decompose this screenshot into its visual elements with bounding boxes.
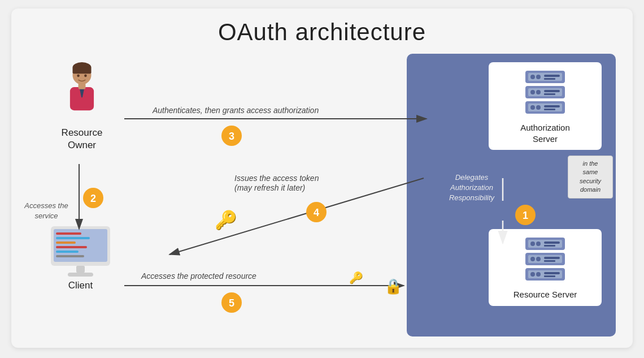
- delegates-label: Delegates Authorization Responsibility: [441, 172, 503, 204]
- svg-rect-16: [544, 105, 560, 107]
- badge-4: [306, 202, 327, 222]
- client-label: Client: [68, 279, 93, 292]
- svg-rect-50: [56, 251, 79, 253]
- security-domain-box: in the same security domain: [568, 156, 613, 199]
- svg-rect-53: [68, 273, 93, 277]
- svg-point-9: [536, 90, 541, 94]
- svg-rect-41: [79, 83, 86, 89]
- svg-point-14: [530, 105, 535, 110]
- svg-rect-49: [56, 246, 87, 248]
- svg-text:2: 2: [90, 193, 96, 204]
- svg-point-21: [536, 241, 541, 246]
- svg-point-2: [530, 75, 535, 79]
- svg-rect-28: [544, 257, 560, 259]
- svg-text:5: 5: [229, 297, 234, 309]
- svg-rect-23: [544, 245, 555, 247]
- svg-point-26: [530, 257, 535, 261]
- svg-point-42: [77, 75, 80, 77]
- svg-rect-4: [544, 75, 560, 77]
- key-icon-5: 🔑: [349, 271, 363, 284]
- resource-owner-label: ResourceOwner: [62, 127, 103, 152]
- monitor-icon: [48, 223, 113, 277]
- step3-flow-label: Authenticates, then grants access author…: [152, 106, 319, 115]
- resource-server-label: Resource Server: [514, 289, 577, 300]
- auth-server-box: Authorization Server: [489, 62, 602, 150]
- step4-flow-label: Issues the access token: [234, 174, 319, 183]
- svg-rect-47: [56, 237, 90, 239]
- badge-3: [221, 126, 242, 146]
- svg-point-3: [536, 75, 541, 79]
- svg-rect-35: [544, 275, 555, 277]
- svg-text:3: 3: [229, 131, 234, 142]
- svg-rect-34: [544, 272, 560, 274]
- accesses-service-label: Accesses the service: [24, 201, 69, 221]
- main-container: OAuth architecture Authorizat: [11, 8, 633, 348]
- svg-point-32: [530, 272, 535, 277]
- svg-rect-5: [544, 78, 555, 80]
- svg-rect-10: [544, 90, 560, 92]
- svg-line-58: [169, 178, 424, 255]
- svg-rect-51: [56, 255, 84, 257]
- badge-2: [83, 188, 103, 208]
- svg-rect-17: [544, 109, 555, 110]
- svg-rect-11: [544, 93, 555, 95]
- svg-text:4: 4: [314, 207, 319, 218]
- svg-point-27: [536, 257, 541, 261]
- svg-point-20: [530, 241, 535, 246]
- svg-point-15: [536, 105, 541, 110]
- page-title: OAuth architecture: [11, 8, 633, 51]
- svg-point-33: [536, 272, 541, 277]
- resource-server-icon: [517, 235, 573, 286]
- svg-rect-22: [544, 241, 560, 244]
- auth-server-label: Authorization Server: [520, 122, 570, 144]
- svg-rect-48: [56, 241, 76, 244]
- key-icon-4: 🔑: [215, 209, 237, 231]
- person-icon: [56, 62, 107, 124]
- resource-owner: ResourceOwner: [45, 62, 119, 152]
- svg-rect-38: [73, 67, 92, 74]
- resource-server-box: Resource Server: [489, 229, 602, 306]
- svg-rect-29: [544, 260, 555, 262]
- client-box: Client: [37, 223, 124, 292]
- badge-5: [221, 292, 242, 313]
- step4-flow-label2: (may refresh it later): [234, 183, 305, 192]
- svg-point-43: [84, 75, 87, 77]
- svg-rect-46: [56, 232, 81, 235]
- svg-rect-52: [76, 266, 85, 273]
- step5-flow-label: Accesses the protected resource: [141, 271, 256, 281]
- svg-point-8: [530, 90, 535, 94]
- auth-server-icon: [517, 68, 573, 119]
- lock-icon: 🔒: [384, 277, 403, 295]
